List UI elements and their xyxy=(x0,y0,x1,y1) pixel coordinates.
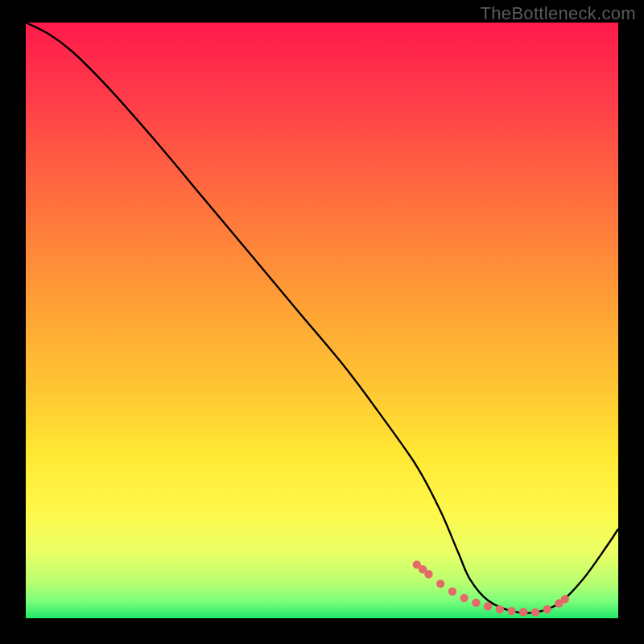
watermark-text: TheBottleneck.com xyxy=(481,3,636,24)
bottleneck-chart xyxy=(26,23,618,618)
plot-area xyxy=(26,23,618,618)
marker-dot xyxy=(531,608,539,616)
chart-frame: TheBottleneck.com xyxy=(0,0,644,644)
gradient-background xyxy=(26,23,618,618)
marker-dot xyxy=(484,602,492,610)
marker-dot xyxy=(436,580,444,588)
marker-dot xyxy=(507,607,515,615)
marker-dot xyxy=(472,599,480,607)
marker-dot xyxy=(460,594,468,602)
marker-dot xyxy=(448,588,456,596)
marker-dot xyxy=(496,605,504,613)
marker-dot xyxy=(424,570,432,578)
marker-dot xyxy=(543,605,551,613)
marker-dot xyxy=(561,595,569,603)
marker-dot xyxy=(519,608,527,616)
